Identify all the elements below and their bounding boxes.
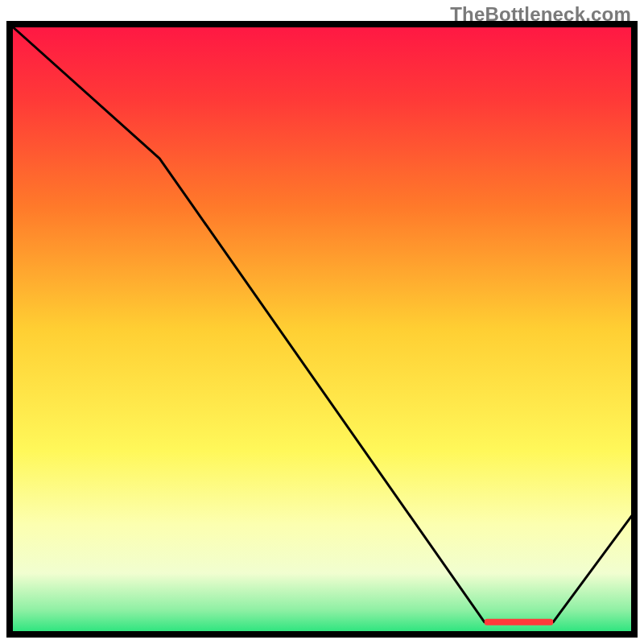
bottleneck-chart [0,0,644,644]
chart-background [10,24,634,634]
watermark-text: TheBottleneck.com [450,3,631,26]
chart-stage: TheBottleneck.com [0,0,644,644]
optimal-band-marker [485,619,553,625]
